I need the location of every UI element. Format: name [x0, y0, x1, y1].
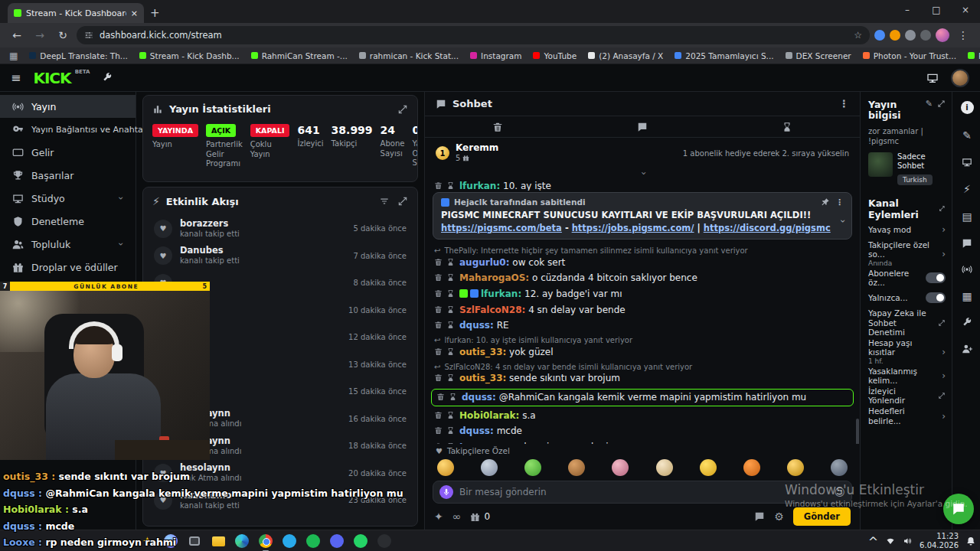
delete-message-icon[interactable] — [434, 321, 443, 329]
combo-icon[interactable]: ∞ — [452, 510, 462, 523]
back-button[interactable]: ← — [8, 29, 26, 41]
action-slow-mode[interactable]: Yavaş mod› — [868, 220, 946, 240]
timeout-user-icon[interactable] — [446, 289, 455, 298]
sidebar-item-studyo[interactable]: Stüdyo › — [0, 187, 136, 210]
chat-scrollbar[interactable] — [856, 419, 859, 444]
address-bar[interactable]: dashboard.kick.com/stream ☆ — [77, 26, 870, 44]
filter-icon[interactable] — [379, 196, 390, 207]
delete-message-icon[interactable] — [436, 393, 445, 401]
delete-message-icon[interactable] — [434, 373, 443, 382]
bookmark-item[interactable]: YouTube — [533, 51, 577, 60]
bookmark-item[interactable]: Photon - Your Trust... — [863, 51, 956, 60]
subscribers-only-toggle[interactable] — [926, 272, 946, 283]
discord-icon[interactable] — [328, 533, 345, 549]
collapse-leaderboard[interactable]: › — [425, 168, 860, 178]
activity-row[interactable]: ♥Danubeskanalı takip etti7 dakika önce — [143, 243, 417, 270]
timeout-user-icon[interactable] — [446, 442, 455, 444]
emote-7[interactable] — [700, 459, 717, 476]
chat-message-input[interactable] — [459, 487, 828, 497]
bookmark-item[interactable]: PIGSMC - kick.com/... — [968, 51, 980, 60]
chat-username[interactable]: MaharogaOS: — [459, 272, 529, 283]
bookmark-item[interactable]: Stream - Kick Dashb... — [139, 51, 240, 60]
timeout-user-icon[interactable] — [446, 181, 455, 190]
emote-3[interactable] — [524, 459, 541, 476]
list-icon[interactable]: ▤ — [962, 210, 972, 223]
chat-username[interactable]: dquss: — [459, 320, 494, 331]
sidebar-item-yayin-baglantisi[interactable]: Yayın Bağlantısı ve Anahtarı — [0, 118, 136, 141]
chat-username[interactable]: dquss: — [459, 425, 494, 436]
bookmark-item[interactable]: Instagram — [470, 51, 521, 60]
category-row[interactable]: Sadece Sohbet Turkish — [868, 152, 946, 185]
timeout-user-icon[interactable] — [446, 273, 455, 282]
timeout-user-icon[interactable] — [446, 373, 455, 382]
clear-chat-icon[interactable] — [492, 122, 503, 132]
expand-icon[interactable] — [937, 99, 946, 108]
delete-message-icon[interactable] — [434, 258, 443, 266]
chat-username[interactable]: lfurkan: — [459, 181, 500, 191]
tray-expand-icon[interactable]: ^ — [868, 534, 878, 549]
activity-row[interactable]: ♥KuzenEmokanalı takip etti23 dakika önce — [143, 487, 417, 514]
chat-username[interactable]: dquss: — [462, 392, 496, 403]
pinned-message[interactable]: Hejaclk tarafından sabitlendi ⋮ PIGSMC M… — [433, 192, 852, 240]
timeout-user-icon[interactable] — [446, 347, 455, 356]
chat-identity-icon[interactable] — [754, 511, 765, 522]
hamburger-menu-icon[interactable]: ≡ — [11, 70, 21, 85]
bookmark-item[interactable]: RahmiCan Stream -... — [251, 51, 348, 60]
pinned-link[interactable]: https://discord.gg/pigsmc — [704, 223, 831, 233]
extension-icon[interactable] — [874, 30, 885, 41]
voice-message-icon[interactable] — [439, 485, 453, 499]
telegram-icon[interactable] — [281, 533, 298, 549]
emote-9[interactable] — [787, 459, 804, 476]
timeout-user-icon[interactable] — [449, 393, 457, 401]
action-followers-only[interactable]: Takipçilere özel so...Anında› — [868, 240, 946, 269]
apps-icon[interactable]: ▦ — [9, 51, 18, 61]
emote-8[interactable] — [743, 459, 760, 476]
notifications-icon[interactable] — [966, 536, 975, 546]
timeout-user-icon[interactable] — [446, 411, 455, 419]
sidebar-item-gelir[interactable]: Gelir — [0, 141, 136, 164]
file-explorer-icon[interactable] — [210, 533, 227, 549]
delete-message-icon[interactable] — [434, 347, 443, 356]
edit-icon[interactable]: ✎ — [962, 129, 972, 142]
reload-button[interactable]: ↻ — [54, 29, 72, 41]
broadcast-icon[interactable] — [962, 264, 972, 275]
bookmark-item[interactable]: 2025 Tamamlayıcı S... — [675, 51, 773, 60]
emote-2[interactable] — [481, 459, 498, 476]
edge-icon[interactable] — [234, 533, 250, 549]
action-account-age[interactable]: Hesap yaşı kısıtlar1 hf.› — [868, 338, 946, 367]
browser-menu-icon[interactable]: ⋮ — [954, 29, 972, 41]
tools-icon[interactable] — [962, 318, 972, 328]
browser-tab[interactable]: Stream - Kick Dashboard × — [8, 3, 144, 23]
emote-6[interactable] — [656, 459, 673, 476]
stream-manager-icon[interactable] — [926, 72, 939, 84]
widgets-icon[interactable]: ✦ — [142, 534, 152, 548]
emote-10[interactable] — [831, 459, 848, 476]
extension-icon[interactable] — [905, 30, 916, 41]
sidebar-item-basarilar[interactable]: Başarılar — [0, 164, 136, 187]
action-raid-viewers[interactable]: İzleyici Yönlendir — [868, 386, 946, 406]
emote-4[interactable] — [568, 459, 585, 476]
chrome-icon[interactable] — [257, 533, 274, 549]
expand-icon[interactable] — [939, 204, 946, 213]
new-tab-button[interactable]: + — [150, 6, 160, 20]
chat-username[interactable]: augurlu0: — [459, 257, 510, 268]
emote-1[interactable] — [437, 459, 454, 476]
close-window-button[interactable]: × — [951, 0, 980, 20]
timeout-user-icon[interactable] — [446, 258, 455, 266]
delete-message-icon[interactable] — [434, 181, 443, 190]
action-subscribers-only[interactable]: Abonelere öz... — [868, 269, 946, 289]
chat-messages[interactable]: ↩ThePally: Internette hiçbir şey tamamen… — [425, 243, 860, 444]
delete-message-icon[interactable] — [434, 305, 443, 314]
emoji-picker-icon[interactable]: ☺ — [834, 486, 845, 498]
activity-row[interactable]: ♥hesolaynnLink Atma alındı20 dakika önce — [143, 460, 417, 487]
tab-close-icon[interactable]: × — [131, 8, 138, 18]
sidebar-item-topluluk[interactable]: Topluluk › — [0, 233, 136, 256]
pin-icon[interactable] — [821, 197, 830, 207]
chat-username[interactable]: outis_33: — [459, 347, 506, 357]
pinned-menu-icon[interactable]: ⋮ — [836, 197, 844, 207]
kick-logo[interactable]: KICK BETA — [33, 69, 90, 87]
slow-mode-icon[interactable] — [782, 122, 792, 132]
user-avatar[interactable] — [951, 69, 969, 87]
wifi-icon[interactable] — [886, 536, 895, 546]
chat-username[interactable]: Looxe: — [459, 442, 494, 444]
